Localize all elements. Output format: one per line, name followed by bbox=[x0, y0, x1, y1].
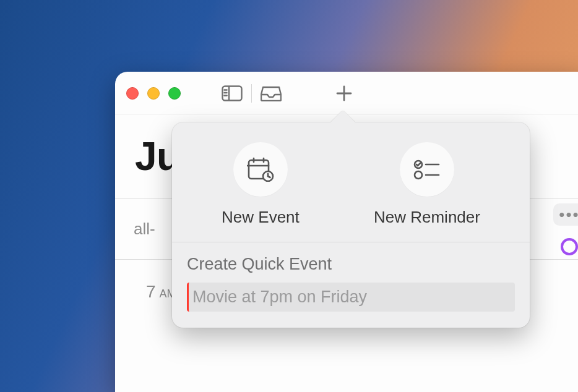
new-reminder-icon-circle bbox=[400, 142, 454, 197]
plus-icon bbox=[335, 85, 353, 102]
svg-line-13 bbox=[268, 176, 270, 177]
more-events-pill[interactable]: ••• bbox=[553, 203, 578, 226]
inbox-icon bbox=[261, 85, 282, 101]
all-day-overflow: ••• bbox=[553, 203, 578, 258]
add-popover: New Event New Reminder Create Quick Even… bbox=[172, 122, 530, 328]
popover-type-row: New Event New Reminder bbox=[172, 122, 530, 242]
calendar-window: Ju all- ••• 7 AM bbox=[115, 72, 578, 392]
quick-event-title: Create Quick Event bbox=[187, 255, 515, 274]
window-controls bbox=[126, 87, 181, 100]
new-reminder-label: New Reminder bbox=[374, 208, 480, 227]
event-indicator-ring[interactable] bbox=[553, 236, 578, 258]
minimize-window-button[interactable] bbox=[147, 87, 160, 100]
zoom-window-button[interactable] bbox=[168, 87, 181, 100]
new-reminder-choice[interactable]: New Reminder bbox=[374, 142, 480, 227]
popover-quick-event: Create Quick Event bbox=[172, 242, 530, 328]
ring-icon bbox=[561, 238, 578, 255]
toolbar-divider bbox=[251, 84, 252, 103]
time-hour: 7 bbox=[146, 282, 156, 302]
sidebar-icon bbox=[222, 85, 243, 101]
close-window-button[interactable] bbox=[126, 87, 139, 100]
quick-event-input[interactable] bbox=[187, 283, 515, 312]
reminder-list-icon bbox=[413, 158, 441, 181]
add-button[interactable] bbox=[327, 81, 361, 106]
all-day-label: all- bbox=[134, 219, 155, 239]
new-event-label: New Event bbox=[222, 208, 300, 227]
new-event-icon-circle bbox=[233, 142, 288, 197]
sidebar-toggle-button[interactable] bbox=[215, 81, 249, 106]
inbox-button[interactable] bbox=[254, 81, 288, 106]
new-event-choice[interactable]: New Event bbox=[222, 142, 300, 227]
svg-point-16 bbox=[415, 171, 422, 179]
toolbar bbox=[215, 81, 361, 106]
titlebar bbox=[115, 72, 578, 115]
calendar-clock-icon bbox=[247, 157, 274, 182]
